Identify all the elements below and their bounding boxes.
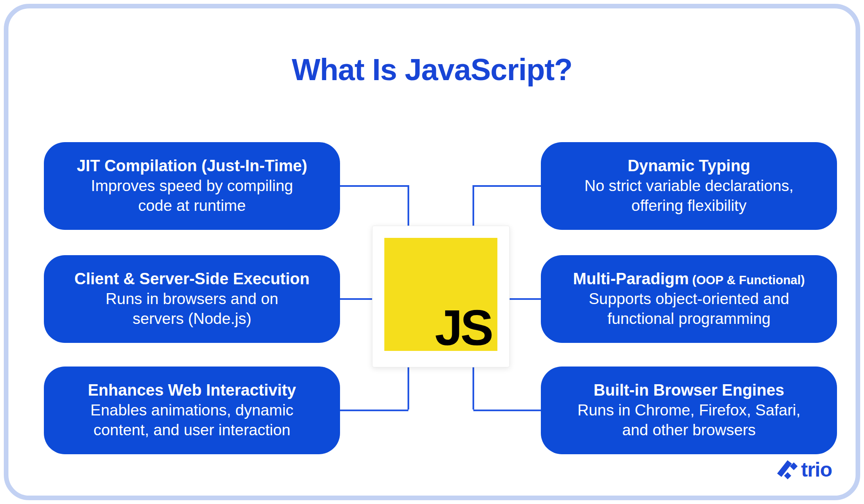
feature-box-jit-compilation: JIT Compilation (Just-In-Time) Improves …: [44, 142, 340, 230]
connector-dynamic-typing-vertical: [472, 185, 474, 226]
feature-body: Enables animations, dynamic content, and…: [90, 401, 293, 440]
brand-logo: trio: [779, 459, 832, 480]
feature-box-dynamic-typing: Dynamic Typing No strict variable declar…: [541, 142, 837, 230]
feature-body: Runs in Chrome, Firefox, Safari, and oth…: [578, 401, 800, 440]
trio-logo-text: trio: [801, 460, 832, 480]
feature-heading: Multi-Paradigm(OOP & Functional): [573, 269, 805, 289]
feature-body: No strict variable declarations, offerin…: [584, 176, 794, 216]
feature-body: Improves speed by compiling code at runt…: [91, 176, 293, 216]
feature-heading: JIT Compilation (Just-In-Time): [77, 156, 307, 176]
connector-jit-horizontal: [340, 185, 408, 187]
javascript-logo-card: JS: [372, 226, 510, 367]
connector-dynamic-typing-horizontal: [473, 185, 541, 187]
feature-box-browser-engines: Built-in Browser Engines Runs in Chrome,…: [541, 367, 837, 454]
feature-body: Runs in browsers and on servers (Node.js…: [105, 289, 278, 329]
feature-heading-text: Client & Server-Side Execution: [74, 270, 310, 288]
infographic-frame: What Is JavaScript? JIT Compilation (Jus…: [4, 4, 860, 500]
feature-heading: Dynamic Typing: [628, 156, 751, 176]
connector-web-interactivity-vertical: [408, 367, 409, 410]
connector-jit-vertical: [408, 185, 409, 226]
feature-heading: Client & Server-Side Execution: [74, 269, 310, 289]
javascript-logo: JS: [384, 238, 497, 351]
feature-heading: Built-in Browser Engines: [594, 380, 784, 401]
connector-multi-paradigm-horizontal: [509, 298, 541, 300]
feature-heading-suffix: (OOP & Functional): [689, 273, 805, 287]
javascript-logo-text: JS: [435, 307, 491, 348]
feature-box-multi-paradigm: Multi-Paradigm(OOP & Functional) Support…: [541, 255, 837, 343]
feature-body: Supports object-oriented and functional …: [589, 289, 789, 329]
connector-browser-engines-horizontal: [473, 410, 541, 411]
feature-heading: Enhances Web Interactivity: [88, 380, 296, 401]
feature-heading-text: Enhances Web Interactivity: [88, 381, 296, 399]
connector-browser-engines-vertical: [472, 367, 474, 410]
feature-box-web-interactivity: Enhances Web Interactivity Enables anima…: [44, 367, 340, 454]
page-title: What Is JavaScript?: [8, 52, 856, 87]
connector-web-interactivity-horizontal: [340, 410, 408, 411]
connector-client-server-horizontal: [340, 298, 372, 300]
feature-heading-text: JIT Compilation (Just-In-Time): [77, 157, 307, 175]
feature-heading-text: Dynamic Typing: [628, 157, 751, 175]
feature-heading-text: Built-in Browser Engines: [594, 381, 784, 399]
trio-icon-diamond-bottom: [784, 472, 791, 480]
trio-logo-icon: [779, 459, 797, 480]
feature-box-client-server: Client & Server-Side Execution Runs in b…: [44, 255, 340, 343]
feature-heading-text: Multi-Paradigm: [573, 270, 688, 288]
